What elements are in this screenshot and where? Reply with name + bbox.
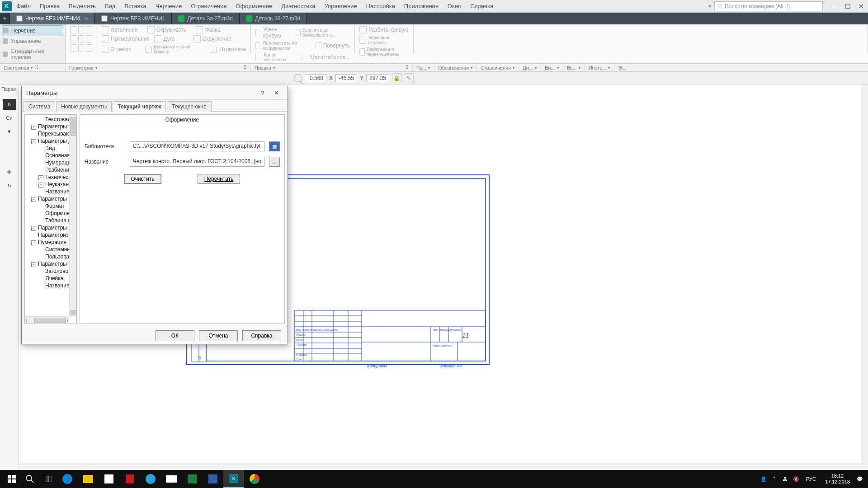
doc-tab-3[interactable]: Деталь 36-27.m3d <box>240 13 307 24</box>
new-tab-button[interactable]: + <box>0 13 10 24</box>
grp-vs[interactable]: Вс...▾ <box>563 64 585 71</box>
menu-window[interactable]: Окно <box>443 3 466 9</box>
tree-node[interactable]: -Нумерация <box>27 239 67 246</box>
taskbar-telegram[interactable] <box>140 470 161 488</box>
dialog-help-button[interactable]: ? <box>256 89 269 96</box>
cancel-button[interactable]: Отмена <box>199 330 238 341</box>
close-button[interactable]: ✕ <box>854 3 868 10</box>
strip-item-0[interactable]: 0 <box>3 99 16 110</box>
grp-system[interactable]: Системная▾⠿ <box>0 64 66 71</box>
menu-drawing[interactable]: Черчение <box>151 3 187 9</box>
lp-manage[interactable]: Управление <box>2 36 63 46</box>
tree-node[interactable]: Параметризация <box>27 231 67 239</box>
close-icon[interactable]: × <box>85 15 88 22</box>
tree-node[interactable]: Заголовок <box>27 267 67 275</box>
tree-node[interactable]: Текстовая метка <box>27 116 67 123</box>
zoom-icon[interactable] <box>294 74 302 82</box>
grp-constraints[interactable]: Ограничения▾ <box>477 64 519 71</box>
grp-ra[interactable]: Ра...▾ <box>413 64 434 71</box>
tree-node[interactable]: Перекрывающиеся объекты <box>27 130 67 137</box>
start-button[interactable] <box>3 470 21 488</box>
language-indicator[interactable]: РУС <box>802 476 821 482</box>
ok-button[interactable]: ОК <box>156 330 194 341</box>
collapse-icon[interactable]: - <box>31 139 36 144</box>
tray-expand-icon[interactable]: ˄ <box>769 474 780 484</box>
tree-node[interactable]: Нумерация листов <box>27 159 67 166</box>
lp-drawing[interactable]: Черчение <box>2 25 63 36</box>
lib-browse-button[interactable]: ▦ <box>269 141 280 151</box>
menu-help[interactable]: Справка <box>466 3 498 9</box>
taskbar-mcafee[interactable] <box>119 470 140 488</box>
menu-diagnostics[interactable]: Диагностика <box>277 3 320 9</box>
taskbar-explorer[interactable] <box>78 470 99 488</box>
collapse-icon[interactable]: - <box>31 197 36 202</box>
tree-node[interactable]: Разбиение на зоны <box>27 166 67 174</box>
tree-node[interactable]: -Параметры документа <box>27 137 67 145</box>
menu-insert[interactable]: Вставка <box>120 3 151 9</box>
rb-rect[interactable]: Прямоугольник Дуга Скругление <box>100 34 248 43</box>
taskbar-store[interactable] <box>99 470 119 488</box>
tree-node[interactable]: Оформление <box>27 210 67 217</box>
tree-node[interactable]: Название таблицы <box>27 282 67 289</box>
settings-tree[interactable]: Текстовая метка+Параметры таблицыПерекры… <box>24 114 77 324</box>
taskbar-excel[interactable] <box>182 470 203 488</box>
task-view-button[interactable] <box>39 470 57 488</box>
lp-standard[interactable]: Стандартные изделия <box>2 46 63 62</box>
menu-file[interactable]: Файл <box>12 3 35 9</box>
collapse-icon[interactable]: - <box>31 240 36 245</box>
tree-node[interactable]: Основная надпись <box>27 152 67 159</box>
dtab-newdocs[interactable]: Новые документы <box>56 101 112 112</box>
expand-icon[interactable]: + <box>38 183 43 188</box>
tree-node[interactable]: +Технические требования <box>27 174 67 181</box>
maximize-button[interactable]: ☐ <box>841 3 854 10</box>
taskbar-chrome[interactable] <box>244 470 265 488</box>
filter-icon[interactable]: ▼ <box>3 126 16 137</box>
tree-node[interactable]: Ячейка <box>27 275 67 282</box>
reread-button[interactable]: Перечитать <box>198 174 241 184</box>
tree-node[interactable]: -Параметры первого листа <box>27 195 67 202</box>
minimize-button[interactable]: — <box>827 3 841 10</box>
rb-trim[interactable]: Усечь кривую Удлинить до ближайшего о... <box>254 25 352 40</box>
grp-edit[interactable]: Правка▾⠿ <box>251 64 413 71</box>
expand-icon[interactable]: + <box>38 175 43 180</box>
dropdown-icon[interactable]: ▾ <box>705 3 714 9</box>
tree-node[interactable]: Системные группы <box>27 246 67 253</box>
rb-copy[interactable] <box>68 43 94 52</box>
menu-apps[interactable]: Приложения <box>400 3 443 9</box>
tree-node[interactable]: Название спецификации на лист <box>27 188 67 195</box>
notifications-icon[interactable]: 💬 <box>854 474 865 484</box>
pencil-icon[interactable]: ✎ <box>404 73 414 83</box>
help-button[interactable]: Справка <box>242 330 281 341</box>
collapse-icon[interactable]: - <box>31 262 36 267</box>
scrollbar-horizontal[interactable] <box>19 463 868 470</box>
refresh-icon[interactable]: ↻ <box>3 180 16 191</box>
taskbar-edge[interactable] <box>57 470 78 488</box>
tree-node[interactable]: +Параметры таблицы <box>27 123 67 130</box>
people-icon[interactable]: 👤 <box>758 474 769 484</box>
network-icon[interactable]: 🖧 <box>780 474 791 484</box>
tree-vertical-scrollbar[interactable] <box>69 115 76 316</box>
lib-path-field[interactable]: C:\...\ASCON\KOMPAS-3D v17 Study\Sys\gra… <box>130 141 264 151</box>
taskbar-kompas[interactable]: K <box>223 470 244 488</box>
menu-design[interactable]: Оформление <box>231 3 277 9</box>
rb-autoline[interactable]: Автолиния Окружность Фаска <box>100 25 248 34</box>
x-value[interactable]: -45.55 <box>335 74 357 82</box>
expand-icon[interactable]: + <box>31 125 36 130</box>
grp-di[interactable]: Ди...▾ <box>519 64 541 71</box>
command-search[interactable]: Поиск по командам (Alt+/) <box>714 1 823 11</box>
rb-segment[interactable]: Отрезок Вспомогательная прямая Штриховка <box>100 43 248 55</box>
clock[interactable]: 18:12 17.12.2018 <box>821 473 854 485</box>
rb-split[interactable]: Разбить кривую <box>358 25 410 34</box>
tree-horizontal-scrollbar[interactable]: ‹› <box>25 316 69 324</box>
grp-e[interactable]: Э... <box>614 64 630 71</box>
menu-manage[interactable]: Управление <box>320 3 362 9</box>
dtab-system[interactable]: Система <box>24 101 55 112</box>
tree-node[interactable]: Таблица изменений <box>27 217 67 224</box>
rb-deform[interactable]: Деформация перемещением <box>358 46 410 58</box>
rb-copy2[interactable]: Копия указанием Масштабиров... <box>254 52 352 61</box>
clear-button[interactable]: Очистить <box>124 174 161 184</box>
doc-tab-0[interactable]: Чертеж БЕЗ ИМЕНИ4 × <box>10 13 95 24</box>
taskbar-word[interactable] <box>203 470 223 488</box>
rb-new[interactable] <box>68 25 94 34</box>
dtab-current-drawing[interactable]: Текущий чертеж <box>113 101 166 112</box>
